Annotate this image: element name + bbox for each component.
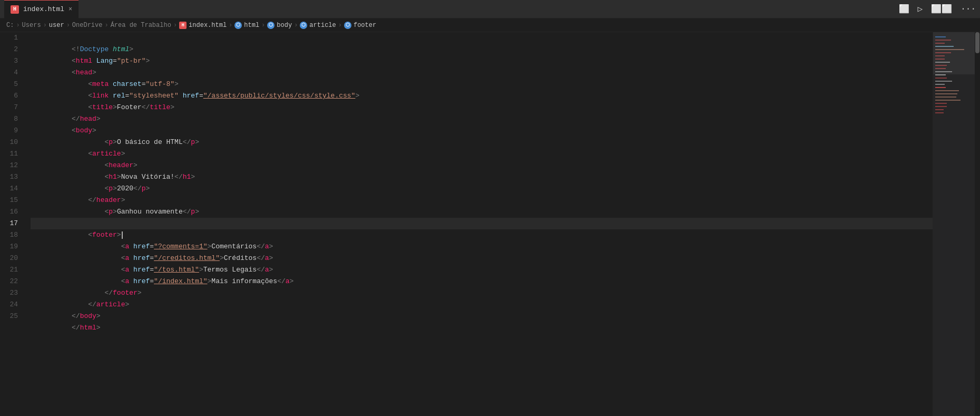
breadcrumb-body: ⬡ body: [267, 22, 292, 29]
breadcrumb-html: ⬡ html: [234, 22, 259, 29]
ln-22: 22: [0, 276, 26, 287]
code-line-24: </body>: [31, 299, 933, 311]
code-line-9: <p>O básico de HTML</p>: [31, 125, 933, 137]
breadcrumb-user: user: [49, 22, 64, 29]
svg-rect-22: [935, 106, 947, 107]
html-file-icon: H: [179, 22, 187, 29]
run-icon[interactable]: ▷: [918, 4, 923, 14]
title-bar: H index.html × ⬜ ▷ ⬜⬜ ···: [0, 0, 980, 18]
ln-17: 17: [0, 218, 26, 229]
code-line-25: </html>: [31, 311, 933, 322]
svg-rect-14: [935, 81, 952, 82]
ln-25: 25: [0, 311, 26, 322]
code-line-19: <a href="/creditos.html">Créditos</a>: [31, 241, 933, 253]
code-line-18: <a href="?comments=1">Comentários</a>: [31, 229, 933, 241]
svg-rect-12: [935, 74, 946, 75]
ln-1: 1: [0, 32, 26, 44]
breadcrumb-onedrive: OneDrive: [72, 22, 103, 29]
code-line-11: <header>: [31, 148, 933, 160]
code-line-2: <html Lang="pt-br">: [31, 44, 933, 55]
tag-icon-footer: ⬡: [344, 22, 351, 29]
ln-6: 6: [0, 90, 26, 102]
code-line-14: </header>: [31, 183, 933, 195]
ln-3: 3: [0, 55, 26, 67]
ln-11: 11: [0, 148, 26, 160]
breadcrumb-footer: ⬡ footer: [344, 22, 376, 29]
scrollbar-thumb[interactable]: [975, 32, 979, 53]
ln-2: 2: [0, 44, 26, 55]
vertical-scrollbar[interactable]: [975, 32, 980, 416]
minimap-content: [933, 32, 975, 416]
file-icon: H: [11, 5, 19, 14]
ln-23: 23: [0, 287, 26, 299]
tag-icon-html: ⬡: [234, 22, 242, 29]
tab-close-button[interactable]: ×: [68, 6, 72, 13]
ln-18: 18: [0, 229, 26, 241]
code-line-16: <p>...</p>: [31, 206, 933, 218]
editor-area: 1 2 3 4 5 6 7 8 9 10 11 12 13 14 15 16 1…: [0, 32, 980, 416]
editor-tab[interactable]: H index.html ×: [4, 0, 79, 18]
ln-5: 5: [0, 79, 26, 90]
code-content[interactable]: <!Doctype html> <html Lang="pt-br"> <hea…: [26, 32, 933, 416]
svg-rect-18: [935, 93, 957, 94]
more-actions-icon[interactable]: ···: [961, 4, 976, 14]
split-editor-icon[interactable]: ⬜⬜: [931, 4, 952, 14]
ln-16: 16: [0, 206, 26, 218]
code-line-13: <p>2020</p>: [31, 171, 933, 183]
breadcrumb-c: C:: [6, 22, 14, 29]
ln-24: 24: [0, 299, 26, 311]
minimap-highlight: [933, 32, 975, 74]
svg-rect-17: [935, 90, 959, 91]
toggle-panel-icon[interactable]: ⬜: [899, 4, 909, 14]
svg-rect-15: [935, 84, 945, 85]
breadcrumb-users: Users: [22, 22, 41, 29]
ln-9: 9: [0, 125, 26, 137]
breadcrumb-desktop: Área de Trabalho: [111, 22, 171, 29]
code-line-21: <a href="/index.html">Mais informações</…: [31, 264, 933, 276]
svg-rect-13: [935, 78, 947, 79]
breadcrumb-article: ⬡ article: [300, 22, 336, 29]
ln-10: 10: [0, 137, 26, 148]
ln-20: 20: [0, 253, 26, 264]
ln-13: 13: [0, 171, 26, 183]
tag-icon-body: ⬡: [267, 22, 275, 29]
code-line-15: <p>Ganhou novamente</p>: [31, 195, 933, 206]
ln-14: 14: [0, 183, 26, 195]
code-line-20: <a href="/tos.html">Termos Legais</a>: [31, 253, 933, 264]
tab-filename: index.html: [23, 5, 64, 13]
code-line-23: </article>: [31, 287, 933, 299]
ln-21: 21: [0, 264, 26, 276]
svg-rect-24: [935, 112, 944, 113]
ln-8: 8: [0, 113, 26, 125]
code-line-8: <body>: [31, 113, 933, 125]
ln-7: 7: [0, 102, 26, 113]
code-line-12: <h1>Nova Vitória!</h1>: [31, 160, 933, 171]
svg-rect-20: [935, 100, 961, 101]
code-line-10: <article>: [31, 137, 933, 148]
code-line-1: <!Doctype html>: [31, 32, 933, 44]
code-line-6: <title>Footer</title>: [31, 90, 933, 102]
code-line-4: <meta charset="utf-8">: [31, 67, 933, 79]
line-numbers: 1 2 3 4 5 6 7 8 9 10 11 12 13 14 15 16 1…: [0, 32, 26, 416]
breadcrumb: C: › Users › user › OneDrive › Área de T…: [0, 18, 980, 32]
window-actions: ⬜ ▷ ⬜⬜ ···: [899, 4, 976, 14]
svg-rect-21: [935, 103, 947, 104]
ln-15: 15: [0, 195, 26, 206]
svg-rect-16: [935, 87, 946, 88]
code-line-22: </footer>: [31, 276, 933, 287]
tag-icon-article: ⬡: [300, 22, 307, 29]
breadcrumb-indexhtml: H index.html: [179, 22, 227, 29]
code-line-3: <head>: [31, 55, 933, 67]
svg-rect-23: [935, 109, 944, 110]
minimap[interactable]: [933, 32, 975, 416]
ln-12: 12: [0, 160, 26, 171]
svg-rect-19: [935, 96, 956, 98]
ln-4: 4: [0, 67, 26, 79]
ln-19: 19: [0, 241, 26, 253]
code-line-17: <footer>: [31, 218, 933, 229]
code-line-5: <link rel="stylesheet" href="/assets/pub…: [31, 79, 933, 90]
code-line-7: </head>: [31, 102, 933, 113]
